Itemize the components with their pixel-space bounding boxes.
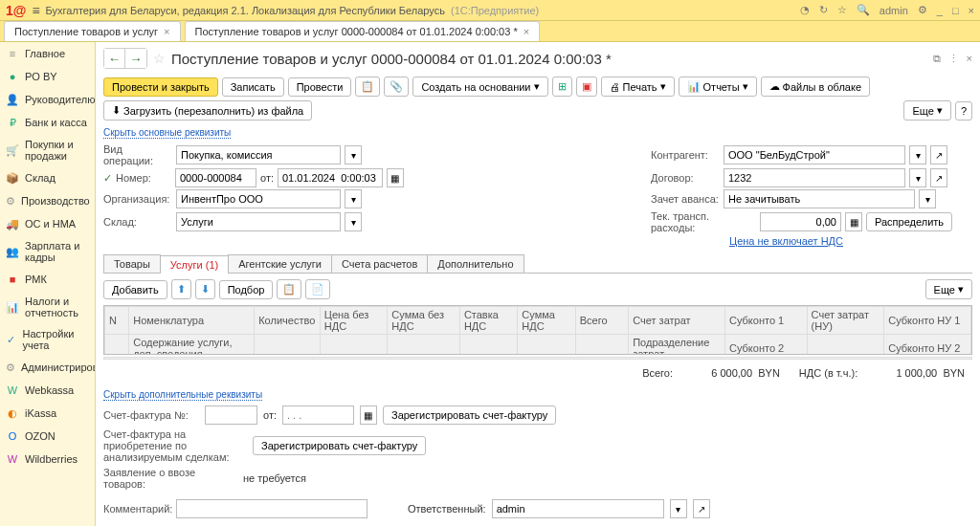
sidebar-item[interactable]: 👥Зарплата и кадры: [0, 235, 95, 268]
hide-main-link[interactable]: Скрыть основные реквизиты: [103, 127, 231, 139]
open-icon[interactable]: ↗: [930, 145, 947, 164]
user-name[interactable]: admin: [880, 5, 908, 16]
minimize-icon[interactable]: _: [937, 5, 943, 16]
move-down-button[interactable]: ⬇: [195, 279, 215, 299]
maximize-icon[interactable]: □: [952, 5, 959, 16]
responsible-field[interactable]: [492, 499, 664, 518]
invoice-num-field[interactable]: [205, 405, 257, 425]
favorite-star-icon[interactable]: ☆: [153, 51, 166, 66]
print-button[interactable]: 🖨 Печать ▾: [601, 77, 675, 97]
close-tab-icon[interactable]: ×: [523, 26, 529, 37]
close-tab-icon[interactable]: ×: [164, 26, 169, 37]
dropdown-icon[interactable]: ▾: [345, 145, 362, 164]
calendar-icon[interactable]: ▦: [387, 168, 404, 187]
sidebar-item[interactable]: ⚙Администрирование: [0, 356, 95, 379]
mode-button[interactable]: ▣: [576, 77, 597, 97]
cloud-files-button[interactable]: ☁ Файлы в облаке: [761, 77, 870, 97]
doc-tab[interactable]: Поступление товаров и услуг 0000-000084 …: [185, 21, 541, 41]
menu-icon[interactable]: ⋮: [948, 53, 959, 65]
col-header: Подразделение затрат: [629, 335, 725, 355]
post-button[interactable]: Провести: [288, 77, 352, 97]
help-button[interactable]: ?: [955, 101, 972, 121]
sidebar-item[interactable]: 🚚ОС и НМА: [0, 212, 95, 235]
doc-tab[interactable]: Поступление товаров и услуг×: [4, 21, 181, 41]
sidebar-item[interactable]: WWebkassa: [0, 379, 95, 402]
load-from-file-button[interactable]: ⬇ Загрузить (перезаполнить) из файла: [103, 100, 312, 121]
close-icon[interactable]: ×: [969, 5, 974, 16]
services-table[interactable]: NНоменклатураКоличествоЦена без НДССумма…: [103, 305, 972, 355]
dropdown-icon[interactable]: ▾: [909, 145, 926, 164]
sidebar-item[interactable]: 🛒Покупки и продажи: [0, 134, 95, 166]
more-button[interactable]: Еще ▾: [903, 100, 950, 121]
post-close-button[interactable]: Провести и закрыть: [103, 77, 218, 97]
sidebar-item[interactable]: ≡Главное: [0, 42, 95, 65]
dropdown-icon[interactable]: ▾: [909, 168, 926, 187]
copy-button[interactable]: 📋: [277, 279, 301, 299]
optype-field[interactable]: [176, 145, 341, 164]
table-more-button[interactable]: Еще ▾: [925, 279, 972, 299]
forward-button[interactable]: →: [125, 49, 146, 68]
distribute-button[interactable]: Распределить: [866, 212, 952, 231]
back-button[interactable]: ←: [104, 49, 125, 68]
sidebar-item[interactable]: ◐iKassa: [0, 402, 95, 425]
comment-field[interactable]: [176, 499, 368, 518]
contractor-field[interactable]: [724, 145, 905, 164]
subtab[interactable]: Счета расчетов: [331, 254, 428, 273]
hamburger-icon[interactable]: ≡: [32, 3, 39, 18]
from-label: от:: [260, 172, 274, 184]
create-based-button[interactable]: Создать на основании ▾: [412, 77, 547, 97]
sidebar-item[interactable]: 📊Налоги и отчетность: [0, 291, 95, 323]
price-mode-link[interactable]: Цена не включает НДС: [729, 235, 843, 247]
sidebar-item[interactable]: ●PO BY: [0, 65, 95, 88]
add-row-button[interactable]: Добавить: [103, 280, 167, 299]
settings-icon[interactable]: ⚙: [918, 4, 927, 16]
pick-button[interactable]: Подбор: [219, 280, 274, 299]
reports-button[interactable]: 📊 Отчеты ▾: [679, 77, 757, 97]
open-icon[interactable]: ↗: [693, 499, 710, 518]
section-icon: ✓: [6, 333, 16, 346]
h-scrollbar[interactable]: [103, 357, 972, 361]
register-invoice2-button[interactable]: Зарегистрировать счет-фактуру: [253, 436, 426, 455]
history-icon[interactable]: ↻: [819, 4, 828, 16]
register-invoice-button[interactable]: Зарегистрировать счет-фактуру: [383, 405, 556, 425]
date-field[interactable]: [278, 168, 383, 187]
dropdown-icon[interactable]: ▾: [670, 499, 687, 518]
sidebar-item[interactable]: OOZON: [0, 425, 95, 448]
subtab[interactable]: Агентские услуги: [228, 254, 332, 273]
open-icon[interactable]: ↗: [930, 168, 947, 187]
transport-field[interactable]: [760, 212, 841, 231]
sidebar-item[interactable]: WWildberries: [0, 448, 95, 471]
advance-field[interactable]: [724, 189, 915, 208]
compass-icon[interactable]: ◔: [800, 4, 810, 16]
calc-icon[interactable]: ▦: [845, 212, 862, 231]
excel-button[interactable]: ⊞: [552, 77, 572, 97]
dropdown-icon[interactable]: ▾: [345, 189, 362, 208]
warehouse-field[interactable]: [176, 212, 341, 231]
subtab[interactable]: Услуги (1): [160, 255, 229, 274]
subtab[interactable]: Дополнительно: [427, 254, 523, 273]
calendar-icon[interactable]: ▦: [360, 405, 377, 425]
num-field[interactable]: [175, 168, 256, 187]
sidebar-item[interactable]: ■РМК: [0, 268, 95, 291]
hide-extra-link[interactable]: Скрыть дополнительные реквизиты: [103, 389, 262, 401]
sidebar-item[interactable]: ✓Настройки учета: [0, 323, 95, 356]
link-icon[interactable]: ⧉: [933, 53, 941, 65]
close-doc-icon[interactable]: ×: [967, 53, 972, 65]
sidebar-item[interactable]: 📦Склад: [0, 166, 95, 189]
paste-button[interactable]: 📄: [305, 279, 330, 299]
attach-button[interactable]: 📎: [384, 77, 409, 97]
sidebar-item[interactable]: 👤Руководителю: [0, 88, 95, 111]
star-icon[interactable]: ☆: [837, 4, 847, 16]
invoice-date-field[interactable]: [282, 405, 354, 425]
org-field[interactable]: [176, 189, 341, 208]
move-up-button[interactable]: ⬆: [171, 279, 191, 299]
dropdown-icon[interactable]: ▾: [919, 189, 936, 208]
search-icon[interactable]: 🔍: [857, 4, 870, 16]
sidebar-item[interactable]: ₽Банк и касса: [0, 111, 95, 134]
movements-button[interactable]: 📋: [355, 77, 380, 97]
contract-field[interactable]: [724, 168, 905, 187]
write-button[interactable]: Записать: [222, 77, 284, 97]
subtab[interactable]: Товары: [103, 254, 161, 273]
dropdown-icon[interactable]: ▾: [345, 212, 362, 231]
sidebar-item[interactable]: ⚙Производство: [0, 189, 95, 212]
